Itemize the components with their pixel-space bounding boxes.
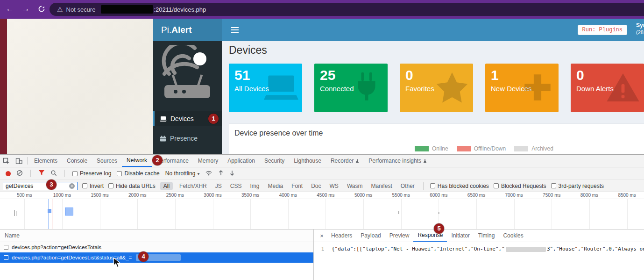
tab-initiator[interactable]: Initiator	[447, 230, 474, 242]
request-checkbox[interactable]	[4, 255, 8, 260]
tab-headers[interactable]: Headers	[327, 230, 356, 242]
resource-type-other[interactable]: Other	[399, 182, 417, 190]
clear-log-icon[interactable]	[16, 170, 23, 178]
tab-payload[interactable]: Payload	[356, 230, 385, 242]
card-down-alerts[interactable]: 0 Down Alerts	[571, 64, 644, 112]
resource-type-doc[interactable]: Doc	[309, 182, 323, 190]
import-har-icon[interactable]	[218, 170, 224, 178]
card-favorites[interactable]: 0 Favorites	[400, 64, 473, 112]
filter-input[interactable]: getDevices ×	[3, 182, 78, 190]
checkbox[interactable]	[108, 183, 113, 188]
address-bar[interactable]: ⚠ Not secure :20211/devices.php	[50, 3, 644, 16]
pialert-app: Pi.Alert Devices	[153, 19, 644, 154]
url-text: :20211/devices.php	[154, 6, 206, 13]
tab-sources[interactable]: Sources	[92, 155, 122, 167]
tab-lighthouse[interactable]: Lighthouse	[289, 155, 326, 167]
resource-type-manifest[interactable]: Manifest	[369, 182, 394, 190]
network-conditions-icon[interactable]	[205, 170, 212, 177]
clear-filter-icon[interactable]: ×	[69, 183, 75, 189]
blocked-requests-checkbox[interactable]: Blocked Requests	[494, 183, 546, 189]
network-toolbar: Preserve log Disable cache No throttling…	[0, 167, 644, 180]
resource-type-ws[interactable]: WS	[328, 182, 340, 190]
brand-prefix: Pi.	[161, 25, 171, 35]
divider	[64, 170, 65, 177]
router-logo-graphic	[157, 45, 218, 109]
tab-application[interactable]: Application	[223, 155, 260, 167]
legend-swatch-archived	[514, 146, 528, 151]
resource-type-fetch-xhr[interactable]: Fetch/XHR	[177, 182, 209, 190]
export-har-icon[interactable]	[229, 170, 235, 178]
run-plugins-button[interactable]: Run: Plugins	[578, 25, 627, 35]
divider	[423, 182, 424, 190]
tab-timing[interactable]: Timing	[474, 230, 499, 242]
timeline-tick: 2500 ms	[156, 192, 194, 229]
request-row[interactable]: devices.php?action=getDevicesTotals	[0, 242, 313, 252]
resource-type-font[interactable]: Font	[290, 182, 304, 190]
resource-type-js[interactable]: JS	[213, 182, 224, 190]
sidebar: Pi.Alert Devices	[153, 19, 222, 154]
preserve-log-checkbox[interactable]: Preserve log	[72, 170, 111, 177]
response-body[interactable]: 1 {"data":[["laptop","Net - Huawei","Int…	[314, 242, 644, 280]
checkbox[interactable]	[117, 171, 122, 176]
plus-icon	[520, 70, 555, 105]
resource-type-img[interactable]: Img	[248, 182, 261, 190]
record-button[interactable]	[6, 171, 11, 176]
checkbox-label: Blocked Requests	[501, 183, 546, 189]
tab-cookies[interactable]: Cookies	[499, 230, 527, 242]
timeline-tick: 5000 ms	[345, 192, 382, 229]
timeline-tick: 7000 ms	[495, 192, 533, 229]
resource-type-css[interactable]: CSS	[228, 182, 244, 190]
timeline-tick: 1500 ms	[81, 192, 119, 229]
tab-recorder[interactable]: Recorder	[326, 155, 364, 167]
resource-type-media[interactable]: Media	[266, 182, 285, 190]
tab-label: Memory	[198, 155, 218, 167]
checkbox[interactable]	[430, 183, 435, 188]
line-number: 1	[317, 246, 328, 280]
throttling-select[interactable]: No throttling ▾	[165, 170, 200, 177]
reload-icon[interactable]	[36, 5, 47, 15]
disable-cache-checkbox[interactable]: Disable cache	[117, 170, 159, 177]
screen: ← → ⚠ Not secure :20211/devices.php Pi.A…	[0, 0, 644, 280]
invert-checkbox[interactable]: Invert	[82, 183, 104, 189]
back-icon[interactable]: ←	[5, 4, 15, 14]
tab-console[interactable]: Console	[62, 155, 92, 167]
load-event-marker	[52, 199, 52, 229]
request-row-selected[interactable]: devices.php?action=getDevicesList&status…	[0, 252, 313, 263]
response-tabbar: × Headers Payload Preview Response Initi…	[314, 230, 644, 242]
close-icon[interactable]: ×	[317, 232, 327, 239]
hide-data-urls-checkbox[interactable]: Hide data URLs	[108, 183, 156, 189]
inspect-element-icon[interactable]	[0, 155, 13, 167]
tab-memory[interactable]: Memory	[193, 155, 223, 167]
card-connected[interactable]: 25 Connected	[314, 64, 388, 112]
network-overview-timeline[interactable]: 500 ms 1000 ms 1500 ms 2000 ms 2500 ms 3…	[0, 192, 644, 230]
device-toolbar-icon[interactable]	[13, 155, 25, 167]
forward-icon[interactable]: →	[21, 4, 31, 14]
tab-network[interactable]: Network	[122, 155, 152, 167]
divider	[30, 170, 31, 177]
request-list-header[interactable]: Name	[0, 230, 313, 242]
card-all-devices[interactable]: 51 All Devices	[229, 64, 302, 112]
card-new-devices[interactable]: 1 New Devices	[485, 64, 559, 112]
menu-toggle-icon[interactable]	[231, 27, 239, 28]
tab-preview[interactable]: Preview	[385, 230, 414, 242]
tab-performance-insights[interactable]: Performance insights	[364, 155, 432, 167]
resource-type-wasm[interactable]: Wasm	[345, 182, 365, 190]
filter-icon[interactable]	[38, 170, 45, 177]
sidebar-item-presence[interactable]: Presence	[153, 131, 222, 146]
third-party-requests-checkbox[interactable]: 3rd-party requests	[551, 183, 604, 189]
tab-security[interactable]: Security	[260, 155, 289, 167]
resource-type-all[interactable]: All	[160, 182, 173, 190]
checkbox[interactable]	[82, 183, 87, 188]
checkbox[interactable]	[551, 183, 556, 188]
request-checkbox[interactable]	[4, 245, 8, 250]
legend-label: Online	[432, 145, 448, 152]
app-logo[interactable]: Pi.Alert	[153, 19, 222, 41]
has-blocked-cookies-checkbox[interactable]: Has blocked cookies	[430, 183, 489, 189]
checkbox[interactable]	[72, 171, 78, 176]
checkbox[interactable]	[494, 183, 499, 188]
calendar-icon	[160, 136, 166, 142]
timeline-activity-mark	[48, 209, 51, 213]
experiment-icon	[355, 159, 359, 163]
tab-elements[interactable]: Elements	[29, 155, 62, 167]
search-icon[interactable]	[50, 170, 57, 178]
